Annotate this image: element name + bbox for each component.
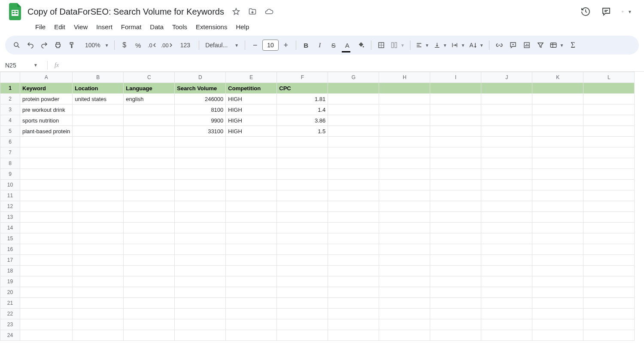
col-header-I[interactable]: I <box>430 72 481 83</box>
col-header-B[interactable]: B <box>73 72 124 83</box>
cell-H22[interactable] <box>379 309 430 319</box>
cell-B19[interactable] <box>73 276 124 287</box>
cell-L5[interactable] <box>583 126 635 137</box>
cell-G16[interactable] <box>328 244 379 255</box>
cell-F4[interactable]: 3.86 <box>277 115 328 126</box>
cell-C21[interactable] <box>124 298 175 309</box>
cell-F9[interactable] <box>277 169 328 180</box>
cell-L14[interactable] <box>583 223 635 233</box>
cell-D8[interactable] <box>175 158 226 169</box>
cell-E17[interactable] <box>226 255 277 266</box>
cell-A21[interactable] <box>20 298 73 309</box>
cell-B5[interactable] <box>73 126 124 137</box>
cell-J10[interactable] <box>481 180 532 190</box>
cell-J7[interactable] <box>481 147 532 158</box>
cell-I16[interactable] <box>430 244 481 255</box>
cell-D9[interactable] <box>175 169 226 180</box>
cell-B16[interactable] <box>73 244 124 255</box>
menu-edit[interactable]: Edit <box>51 21 69 32</box>
cell-C23[interactable] <box>124 319 175 330</box>
cell-I9[interactable] <box>430 169 481 180</box>
cell-D1[interactable]: Search Volume <box>175 83 226 94</box>
cell-F12[interactable] <box>277 201 328 212</box>
cell-K18[interactable] <box>532 266 583 276</box>
cell-H12[interactable] <box>379 201 430 212</box>
text-wrap-icon[interactable]: ▼ <box>450 39 467 52</box>
cell-I20[interactable] <box>430 287 481 298</box>
cell-D21[interactable] <box>175 298 226 309</box>
cell-C10[interactable] <box>124 180 175 190</box>
cell-D11[interactable] <box>175 190 226 201</box>
cell-C4[interactable] <box>124 115 175 126</box>
cell-G9[interactable] <box>328 169 379 180</box>
cell-H6[interactable] <box>379 137 430 147</box>
cell-C13[interactable] <box>124 212 175 223</box>
row-header-15[interactable]: 15 <box>0 233 20 244</box>
row-header-19[interactable]: 19 <box>0 276 20 287</box>
cell-K3[interactable] <box>532 104 583 115</box>
cell-K12[interactable] <box>532 201 583 212</box>
menu-extensions[interactable]: Extensions <box>192 21 231 32</box>
format-123-icon[interactable]: 123 <box>175 39 195 52</box>
cell-J3[interactable] <box>481 104 532 115</box>
cell-L12[interactable] <box>583 201 635 212</box>
paint-format-icon[interactable] <box>65 39 78 52</box>
cell-A8[interactable] <box>20 158 73 169</box>
cell-L10[interactable] <box>583 180 635 190</box>
cell-K8[interactable] <box>532 158 583 169</box>
zoom-dropdown[interactable]: 100%▼ <box>79 39 111 52</box>
cell-B18[interactable] <box>73 266 124 276</box>
functions-icon[interactable]: Σ <box>567 39 580 52</box>
cell-K20[interactable] <box>532 287 583 298</box>
cell-C14[interactable] <box>124 223 175 233</box>
cell-D7[interactable] <box>175 147 226 158</box>
cell-K4[interactable] <box>532 115 583 126</box>
col-header-E[interactable]: E <box>226 72 277 83</box>
cell-F7[interactable] <box>277 147 328 158</box>
cell-E24[interactable] <box>226 330 277 341</box>
font-family-dropdown[interactable]: Defaul...▼ <box>203 39 241 52</box>
text-rotation-icon[interactable]: A▼ <box>468 39 485 52</box>
cell-G15[interactable] <box>328 233 379 244</box>
cell-D15[interactable] <box>175 233 226 244</box>
col-header-K[interactable]: K <box>532 72 583 83</box>
cell-H5[interactable] <box>379 126 430 137</box>
cell-B2[interactable]: united states <box>73 94 124 104</box>
increase-font-icon[interactable]: + <box>279 39 292 52</box>
cell-L17[interactable] <box>583 255 635 266</box>
cell-A10[interactable] <box>20 180 73 190</box>
cell-I6[interactable] <box>430 137 481 147</box>
row-header-11[interactable]: 11 <box>0 190 20 201</box>
history-icon[interactable] <box>580 6 591 17</box>
cell-E19[interactable] <box>226 276 277 287</box>
document-title[interactable]: Copy of DataForSEO: Search Volume for Ke… <box>27 7 224 17</box>
cell-G22[interactable] <box>328 309 379 319</box>
print-icon[interactable] <box>52 39 64 52</box>
cell-J11[interactable] <box>481 190 532 201</box>
cell-I1[interactable] <box>430 83 481 94</box>
cell-A14[interactable] <box>20 223 73 233</box>
cell-F6[interactable] <box>277 137 328 147</box>
cell-K2[interactable] <box>532 94 583 104</box>
cell-B3[interactable] <box>73 104 124 115</box>
cell-C5[interactable] <box>124 126 175 137</box>
row-header-6[interactable]: 6 <box>0 137 20 147</box>
move-folder-icon[interactable] <box>247 6 258 17</box>
col-header-J[interactable]: J <box>481 72 532 83</box>
cell-L2[interactable] <box>583 94 635 104</box>
cell-B23[interactable] <box>73 319 124 330</box>
cell-J6[interactable] <box>481 137 532 147</box>
cell-B12[interactable] <box>73 201 124 212</box>
bold-icon[interactable]: B <box>300 39 313 52</box>
cell-G11[interactable] <box>328 190 379 201</box>
cell-D19[interactable] <box>175 276 226 287</box>
cell-K6[interactable] <box>532 137 583 147</box>
cell-L24[interactable] <box>583 330 635 341</box>
cell-A20[interactable] <box>20 287 73 298</box>
cell-F8[interactable] <box>277 158 328 169</box>
undo-icon[interactable] <box>24 39 37 52</box>
cell-H23[interactable] <box>379 319 430 330</box>
cell-G24[interactable] <box>328 330 379 341</box>
cell-H4[interactable] <box>379 115 430 126</box>
cell-B8[interactable] <box>73 158 124 169</box>
